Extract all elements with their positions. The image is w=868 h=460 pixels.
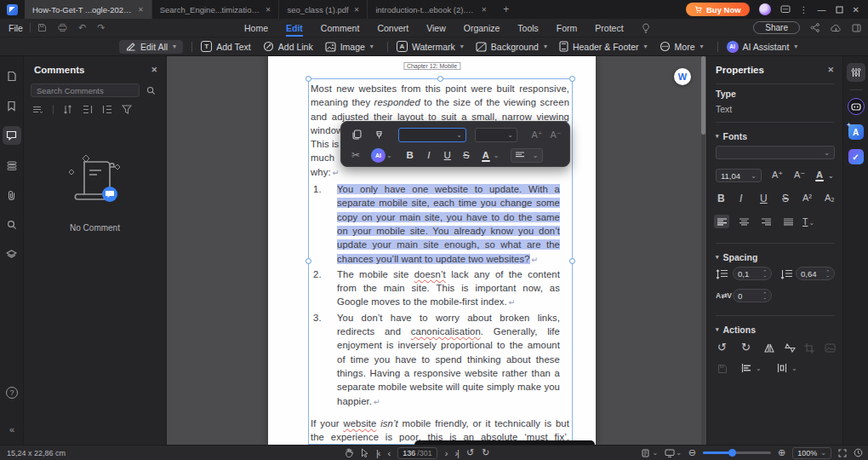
replace-image-button[interactable]	[825, 343, 836, 353]
character-spacing-input[interactable]: 0 ⌃⌄	[733, 289, 772, 302]
reading-mode-dropdown[interactable]: ⌄	[665, 449, 682, 457]
watermark-button[interactable]: A Watermark ▾	[397, 41, 464, 52]
vertical-scrollbar[interactable]	[701, 56, 705, 445]
scrollbar-thumb[interactable]	[701, 56, 705, 135]
window-minimize-button[interactable]: —	[818, 5, 826, 14]
increase-font-icon[interactable]: A⁺	[772, 170, 783, 181]
layers-panel-icon[interactable]	[3, 245, 21, 264]
document-tab[interactable]: Search_Engine...timization.pdf✕	[151, 0, 279, 19]
line-spacing-input[interactable]: 0,1 ⌃⌄	[733, 267, 772, 280]
rotate-right-button[interactable]: ↻	[741, 341, 751, 354]
file-menu[interactable]: File	[9, 23, 23, 33]
strikethrough-button[interactable]: S	[782, 193, 789, 204]
flip-vertical-button[interactable]	[784, 343, 796, 353]
menu-item-protect[interactable]: Protect	[595, 19, 623, 37]
menu-item-form[interactable]: Form	[557, 19, 578, 37]
subscript-button[interactable]: A₂	[825, 193, 835, 203]
align-right-button[interactable]	[758, 215, 774, 228]
expand-all-icon[interactable]	[83, 105, 93, 114]
ai-assistant-button[interactable]: AI AI Assistant ▾	[727, 41, 798, 53]
font-color-button[interactable]: A	[816, 170, 823, 180]
fields-panel-icon[interactable]	[3, 156, 21, 175]
collapse-sidebar-button[interactable]: «	[9, 424, 14, 434]
font-family-dropdown[interactable]: ⌄	[716, 146, 835, 159]
superscript-button[interactable]: A²	[802, 193, 812, 203]
bookmarks-panel-icon[interactable]	[3, 96, 21, 115]
feedback-icon[interactable]	[780, 5, 791, 14]
text-block[interactable]: 3.You don’t have to worry about broken l…	[311, 311, 569, 409]
font-size-select[interactable]: ⌄	[475, 128, 517, 142]
paragraph-spacing-input[interactable]: 0,64 ⌃⌄	[796, 267, 835, 280]
format-painter-icon[interactable]	[374, 129, 385, 141]
next-page-button[interactable]: ›	[445, 448, 448, 458]
close-properties-icon[interactable]: ✕	[827, 66, 834, 74]
first-page-button[interactable]: |‹	[376, 448, 380, 458]
page-layout-dropdown[interactable]: ⌄	[642, 449, 658, 457]
spacing-section-header[interactable]: ▾ Spacing	[716, 252, 757, 262]
menu-item-convert[interactable]: Convert	[377, 19, 408, 37]
help-button[interactable]: ?	[6, 387, 18, 399]
text-block[interactable]: 1.You only have one website to update. W…	[311, 182, 569, 267]
comment-list-view-icon[interactable]	[32, 106, 43, 114]
bold-button[interactable]: B	[717, 193, 725, 204]
document-tab[interactable]: How-To-Get-T ...ogle-2022.pdf✕	[25, 0, 151, 19]
window-maximize-button[interactable]	[836, 6, 843, 14]
buy-now-button[interactable]: Buy Now	[686, 3, 750, 16]
undo-icon[interactable]: ↶	[78, 22, 86, 33]
document-tab[interactable]: seo_class (1).pdf✕	[278, 0, 367, 19]
font-size-dropdown[interactable]: 11,04 ⌄	[716, 169, 762, 182]
stepper-icon[interactable]: ⌃⌄	[825, 270, 830, 277]
image-button[interactable]: Image ▾	[325, 42, 374, 52]
rotate-left-button[interactable]: ↺	[717, 341, 727, 354]
font-family-select[interactable]: ⌄	[398, 128, 466, 142]
cut-icon[interactable]: ✂	[351, 149, 360, 161]
pdf-page[interactable]: Chapter 12: Mobile Most new websites fro…	[268, 56, 596, 445]
add-link-button[interactable]: Add Link	[263, 41, 313, 52]
document-viewport[interactable]: Chapter 12: Mobile Most new websites fro…	[167, 56, 706, 445]
distribute-objects-dropdown[interactable]: ⌄	[777, 364, 797, 372]
more-button[interactable]: More ▾	[660, 41, 704, 52]
tab-close-icon[interactable]: ✕	[354, 6, 360, 14]
collapse-all-icon[interactable]	[102, 105, 112, 114]
alignment-select[interactable]: ⌄	[511, 148, 543, 163]
search-comments-input[interactable]: Search Comments	[31, 83, 140, 97]
decrease-font-icon[interactable]: A⁻	[794, 170, 805, 181]
page-running-header[interactable]: Chapter 12: Mobile	[403, 62, 460, 70]
underline-button[interactable]: U	[760, 193, 768, 204]
add-text-button[interactable]: T Add Text	[201, 41, 251, 52]
stepper-icon[interactable]: ⌃⌄	[762, 292, 767, 299]
align-justify-button[interactable]	[780, 215, 796, 228]
ai-rewrite-icon[interactable]: AI	[371, 148, 385, 163]
zoom-in-button[interactable]: ⊕	[778, 447, 785, 458]
zoom-out-button[interactable]: ⊖	[688, 447, 696, 458]
document-tab[interactable]: introduction-t...ebook (2).pdf✕	[367, 0, 494, 19]
last-page-button[interactable]: ›|	[454, 448, 459, 458]
selection-handle[interactable]	[569, 258, 575, 264]
print-icon[interactable]	[58, 23, 67, 32]
cloud-upload-icon[interactable]	[831, 24, 842, 32]
edit-all-button[interactable]: Edit All ▾	[119, 40, 183, 54]
share-button[interactable]: Share	[753, 21, 800, 34]
menu-item-tools[interactable]: Tools	[517, 19, 539, 37]
selection-handle[interactable]	[437, 76, 443, 82]
close-panel-icon[interactable]: ✕	[151, 66, 157, 74]
flip-horizontal-button[interactable]	[763, 343, 775, 353]
properties-rail-icon[interactable]	[847, 63, 865, 82]
filter-comments-icon[interactable]	[122, 105, 132, 114]
underline-button[interactable]: U	[438, 150, 457, 160]
user-avatar[interactable]	[759, 3, 771, 15]
crop-button[interactable]	[804, 343, 814, 354]
window-close-button[interactable]: ✕	[853, 5, 859, 14]
save-icon[interactable]	[37, 23, 47, 32]
duplicate-icon[interactable]	[351, 129, 362, 140]
actions-section-header[interactable]: ▾ Actions	[716, 325, 756, 335]
auto-scroll-button[interactable]	[854, 448, 863, 457]
strikethrough-button[interactable]: S	[457, 150, 476, 160]
text-block[interactable]: 2.The mobile site doesn’t lack any of th…	[311, 267, 569, 310]
panel-toggle-icon[interactable]	[852, 24, 861, 32]
save-as-template-button[interactable]	[717, 364, 728, 374]
stepper-icon[interactable]: ⌃⌄	[762, 270, 767, 277]
tab-close-icon[interactable]: ✕	[266, 6, 271, 14]
align-center-button[interactable]	[736, 215, 751, 228]
selection-handle[interactable]	[569, 76, 575, 82]
